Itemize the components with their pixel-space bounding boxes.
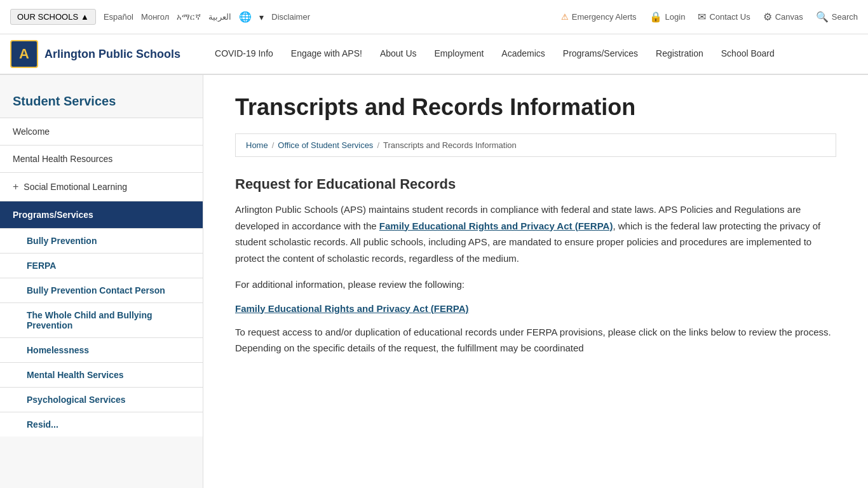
main-content: Transcripts and Records Information Home… — [203, 75, 868, 488]
chevron-up-icon: ▲ — [81, 12, 89, 22]
emergency-alerts-label: Emergency Alerts — [572, 12, 637, 22]
breadcrumb: Home / Office of Student Services / Tran… — [235, 133, 836, 157]
our-schools-button[interactable]: OUR SCHOOLS ▲ — [10, 9, 96, 25]
nav-registration[interactable]: Registration — [647, 34, 712, 74]
globe-icon: 🌐 — [239, 11, 252, 23]
contact-us-link[interactable]: ✉ Contact Us — [698, 11, 750, 23]
contact-us-label: Contact Us — [709, 12, 750, 22]
nav-employment[interactable]: Employment — [426, 34, 493, 74]
sidebar-sub-bully-prevention[interactable]: Bully Prevention — [0, 228, 203, 253]
sidebar: Student Services Welcome Mental Health R… — [0, 75, 203, 488]
plus-icon: + — [13, 181, 18, 193]
sidebar-sub-homelessness[interactable]: Homelessness — [0, 337, 203, 362]
logo-text: Arlington Public Schools — [44, 48, 180, 61]
sidebar-sub-psychological[interactable]: Psychological Services — [0, 387, 203, 412]
nav-about[interactable]: About Us — [371, 34, 426, 74]
page-title: Transcripts and Records Information — [235, 94, 836, 121]
lang-es-link[interactable]: Español — [104, 12, 133, 22]
logo-link[interactable]: A Arlington Public Schools — [10, 40, 180, 68]
ferpa-inline-link[interactable]: Family Educational Rights and Privacy Ac… — [379, 220, 613, 231]
breadcrumb-sep1: / — [272, 140, 275, 150]
search-link[interactable]: 🔍 Search — [816, 11, 858, 23]
lang-am-link[interactable]: አማርኛ — [177, 12, 201, 22]
disclaimer-link[interactable]: Disclaimer — [271, 12, 310, 22]
our-schools-label: OUR SCHOOLS — [17, 12, 78, 22]
nav-engage[interactable]: Engage with APS! — [282, 34, 371, 74]
sidebar-item-programs-services[interactable]: Programs/Services — [0, 201, 203, 228]
disclaimer-sep: ▾ — [259, 12, 264, 22]
sidebar-sub-mental-health-services[interactable]: Mental Health Services — [0, 362, 203, 387]
breadcrumb-home[interactable]: Home — [246, 140, 268, 150]
canvas-label: Canvas — [775, 12, 803, 22]
sidebar-sub-bully-prevention-contact[interactable]: Bully Prevention Contact Person — [0, 278, 203, 302]
sidebar-item-mental-health-resources[interactable]: Mental Health Resources — [0, 145, 203, 172]
mail-icon: ✉ — [698, 11, 706, 23]
search-label: Search — [832, 12, 858, 22]
section-title-records: Request for Educational Records — [235, 176, 836, 193]
sidebar-item-welcome[interactable]: Welcome — [0, 118, 203, 145]
top-bar: OUR SCHOOLS ▲ Español Монгол አማርኛ العربي… — [0, 0, 868, 34]
search-icon: 🔍 — [816, 11, 829, 23]
sidebar-sub-whole-child[interactable]: The Whole Child and Bullying Prevention — [0, 302, 203, 337]
ferpa-standalone-link[interactable]: Family Educational Rights and Privacy Ac… — [235, 303, 836, 314]
sidebar-title: Student Services — [0, 88, 203, 118]
canvas-link[interactable]: ⚙ Canvas — [763, 11, 803, 23]
top-bar-left: OUR SCHOOLS ▲ Español Монгол አማርኛ العربي… — [10, 9, 310, 25]
lock-icon: 🔒 — [649, 11, 662, 23]
nav-bar: A Arlington Public Schools COVID-19 Info… — [0, 34, 868, 75]
logo-letter: A — [19, 46, 29, 62]
breadcrumb-current: Transcripts and Records Information — [383, 140, 517, 150]
lang-ar-link[interactable]: العربية — [208, 12, 231, 22]
content-para2: For additional information, please revie… — [235, 276, 836, 293]
nav-schoolboard[interactable]: School Board — [712, 34, 783, 74]
emergency-alerts-link[interactable]: ⚠ Emergency Alerts — [561, 12, 637, 22]
login-label: Login — [665, 12, 686, 22]
page-layout: Student Services Welcome Mental Health R… — [0, 75, 868, 488]
main-nav: COVID-19 Info Engage with APS! About Us … — [206, 34, 783, 74]
nav-programs[interactable]: Programs/Services — [554, 34, 647, 74]
content-para1: Arlington Public Schools (APS) maintains… — [235, 201, 836, 266]
breadcrumb-sep2: / — [377, 140, 379, 150]
nav-covid[interactable]: COVID-19 Info — [206, 34, 282, 74]
sidebar-sub-resid[interactable]: Resid... — [0, 412, 203, 437]
logo-box: A — [10, 40, 38, 68]
top-bar-right: ⚠ Emergency Alerts 🔒 Login ✉ Contact Us … — [561, 11, 858, 23]
sidebar-sub-ferpa[interactable]: FERPA — [0, 253, 203, 278]
lang-mn-link[interactable]: Монгол — [141, 12, 169, 22]
canvas-icon: ⚙ — [763, 11, 772, 23]
breadcrumb-office[interactable]: Office of Student Services — [278, 140, 373, 150]
content-para3: To request access to and/or duplication … — [235, 324, 836, 356]
sidebar-item-social-emotional[interactable]: + Social Emotional Learning — [0, 172, 203, 201]
alert-icon: ⚠ — [561, 12, 569, 22]
nav-academics[interactable]: Academics — [492, 34, 553, 74]
login-link[interactable]: 🔒 Login — [649, 11, 686, 23]
